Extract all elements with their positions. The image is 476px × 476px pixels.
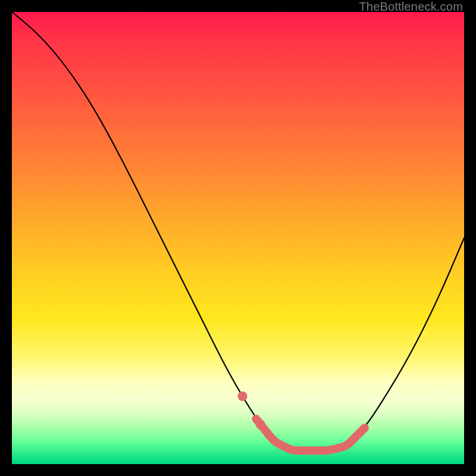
chart-stage: TheBottleneck.com	[0, 0, 476, 476]
curve-svg	[12, 12, 464, 464]
highlight-dot-1	[238, 392, 248, 401]
bottleneck-curve	[12, 12, 464, 450]
optimal-range-highlight	[256, 419, 364, 450]
highlight-dot-2	[256, 420, 265, 430]
watermark-text: TheBottleneck.com	[359, 0, 463, 14]
plot-area	[12, 12, 464, 464]
